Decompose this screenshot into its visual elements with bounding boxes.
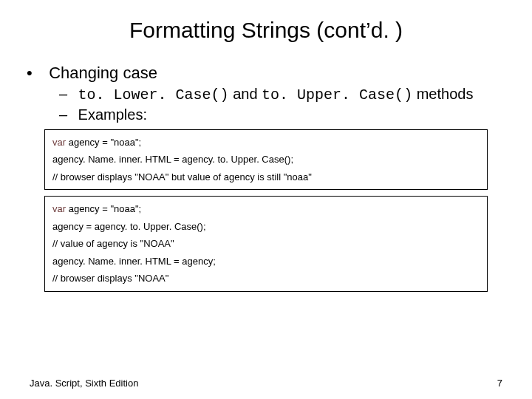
keyword-var: var (52, 203, 66, 214)
text-methods: methods (412, 86, 473, 102)
code-text: agency = "noaa"; (66, 203, 141, 214)
footer-book-title: Java. Script, Sixth Edition (30, 378, 138, 389)
bullet-changing-case: Changing case to. Lower. Case() and to. … (44, 64, 517, 123)
code-line: agency = agency. to. Upper. Case(); (52, 219, 480, 234)
bullet-methods: to. Lower. Case() and to. Upper. Case() … (74, 86, 517, 103)
bullet-examples: Examples: (74, 106, 517, 123)
bullet-text: Changing case (49, 64, 157, 82)
slide-title: Formatting Strings (cont’d. ) (0, 0, 532, 50)
code-example-2: var agency = "noaa"; agency = agency. to… (44, 196, 488, 291)
code-line: var agency = "noaa"; (52, 201, 480, 216)
code-example-1: var agency = "noaa"; agency. Name. inner… (44, 129, 488, 190)
keyword-var: var (52, 137, 66, 148)
code-line: agency. Name. inner. HTML = agency; (52, 253, 480, 269)
code-line: agency. Name. inner. HTML = agency. to. … (52, 151, 480, 167)
slide: Formatting Strings (cont’d. ) Changing c… (0, 0, 532, 399)
bullet-list-level1: Changing case to. Lower. Case() and to. … (15, 64, 517, 123)
text-and: and (229, 86, 262, 102)
code-line: // value of agency is "NOAA" (52, 236, 480, 251)
bullet-text: Examples: (78, 106, 147, 123)
slide-body: Changing case to. Lower. Case() and to. … (0, 64, 532, 292)
code-touppercase: to. Upper. Case() (262, 86, 412, 103)
footer-page-number: 7 (497, 378, 502, 389)
code-line: // browser displays "NOAA" but value of … (52, 169, 480, 185)
code-tolowercase: to. Lower. Case() (78, 86, 229, 103)
bullet-list-level2: to. Lower. Case() and to. Upper. Case() … (44, 86, 517, 123)
code-line: var agency = "noaa"; (52, 134, 480, 150)
code-text: agency = "noaa"; (66, 137, 141, 148)
code-line: // browser displays "NOAA" (52, 270, 480, 286)
